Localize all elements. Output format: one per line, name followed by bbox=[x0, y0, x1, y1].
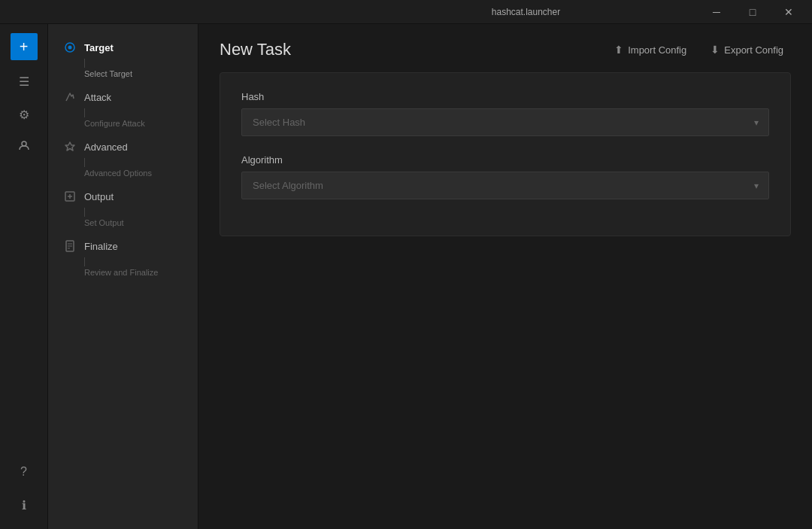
import-config-button[interactable]: ⬆ Import Config bbox=[607, 39, 694, 60]
info-icon-button[interactable]: ℹ bbox=[9, 490, 39, 520]
tasks-icon: ☰ bbox=[19, 74, 29, 89]
attack-icon bbox=[63, 90, 77, 104]
users-icon bbox=[18, 140, 30, 155]
algorithm-select-wrapper: Select Algorithm ▾ bbox=[241, 172, 769, 199]
output-icon bbox=[63, 190, 77, 203]
close-button[interactable]: ✕ bbox=[771, 0, 806, 24]
page-title: New Task bbox=[220, 40, 291, 59]
svg-point-2 bbox=[68, 46, 72, 50]
app-body: + ☰ ⚙ ? ℹ bbox=[0, 24, 812, 529]
export-icon: ⬇ bbox=[710, 44, 720, 56]
tasks-icon-button[interactable]: ☰ bbox=[9, 66, 39, 96]
algorithm-label: Algorithm bbox=[241, 154, 769, 166]
svg-point-0 bbox=[22, 141, 26, 146]
minimize-button[interactable]: ─ bbox=[699, 0, 734, 24]
attack-sublabel: Configure Attack bbox=[84, 117, 198, 132]
main-content: New Task ⬆ Import Config ⬇ Export Config… bbox=[198, 24, 812, 529]
export-config-button[interactable]: ⬇ Export Config bbox=[703, 39, 791, 60]
advanced-sublabel: Advanced Options bbox=[84, 167, 198, 182]
maximize-button[interactable]: □ bbox=[735, 0, 770, 24]
icon-sidebar: + ☰ ⚙ ? ℹ bbox=[0, 24, 48, 529]
advanced-label: Advanced bbox=[84, 141, 128, 153]
sidebar-item-attack[interactable]: Attack Configure Attack bbox=[48, 86, 198, 132]
attack-label: Attack bbox=[84, 92, 111, 103]
titlebar: hashcat.launcher ─ □ ✕ bbox=[0, 0, 812, 24]
algorithm-field-group: Algorithm Select Algorithm ▾ bbox=[241, 154, 769, 199]
finalize-sublabel: Review and Finalize bbox=[84, 266, 198, 281]
target-card: Hash Select Hash ▾ Algorithm Select Algo… bbox=[220, 72, 791, 236]
window-title: hashcat.launcher bbox=[353, 7, 699, 17]
output-label: Output bbox=[84, 191, 114, 202]
settings-icon-button[interactable]: ⚙ bbox=[9, 99, 39, 129]
sidebar-item-finalize[interactable]: Finalize Review and Finalize bbox=[48, 235, 198, 281]
icon-sidebar-top: ☰ ⚙ bbox=[0, 66, 47, 163]
add-button[interactable]: + bbox=[11, 33, 38, 60]
users-icon-button[interactable] bbox=[9, 132, 39, 163]
finalize-label: Finalize bbox=[84, 241, 118, 252]
hash-select[interactable]: Select Hash bbox=[241, 108, 769, 136]
sidebar-item-advanced[interactable]: Advanced Advanced Options bbox=[48, 135, 198, 182]
icon-sidebar-bottom: ? ℹ bbox=[0, 457, 47, 529]
finalize-icon bbox=[63, 239, 77, 253]
output-sublabel: Set Output bbox=[84, 217, 198, 232]
top-bar: New Task ⬆ Import Config ⬇ Export Config bbox=[198, 24, 812, 72]
help-icon-button[interactable]: ? bbox=[9, 457, 39, 487]
hash-label: Hash bbox=[241, 91, 769, 102]
sidebar-item-target[interactable]: Target Select Target bbox=[48, 36, 198, 83]
export-config-label: Export Config bbox=[724, 44, 783, 56]
import-icon: ⬆ bbox=[614, 44, 623, 56]
target-icon bbox=[63, 41, 77, 54]
window-controls: ─ □ ✕ bbox=[699, 0, 806, 24]
advanced-icon bbox=[63, 140, 77, 154]
target-label: Target bbox=[84, 42, 114, 53]
import-config-label: Import Config bbox=[628, 44, 686, 56]
help-icon: ? bbox=[20, 465, 27, 479]
nav-sidebar: Target Select Target Attack Configure At… bbox=[48, 24, 198, 529]
hash-select-wrapper: Select Hash ▾ bbox=[241, 108, 769, 136]
settings-icon: ⚙ bbox=[19, 108, 29, 122]
target-sublabel: Select Target bbox=[84, 68, 198, 83]
hash-field-group: Hash Select Hash ▾ bbox=[241, 91, 769, 136]
info-icon: ℹ bbox=[22, 498, 26, 512]
algorithm-select[interactable]: Select Algorithm bbox=[241, 172, 769, 199]
sidebar-item-output[interactable]: Output Set Output bbox=[48, 185, 198, 232]
top-actions: ⬆ Import Config ⬇ Export Config bbox=[607, 39, 791, 60]
